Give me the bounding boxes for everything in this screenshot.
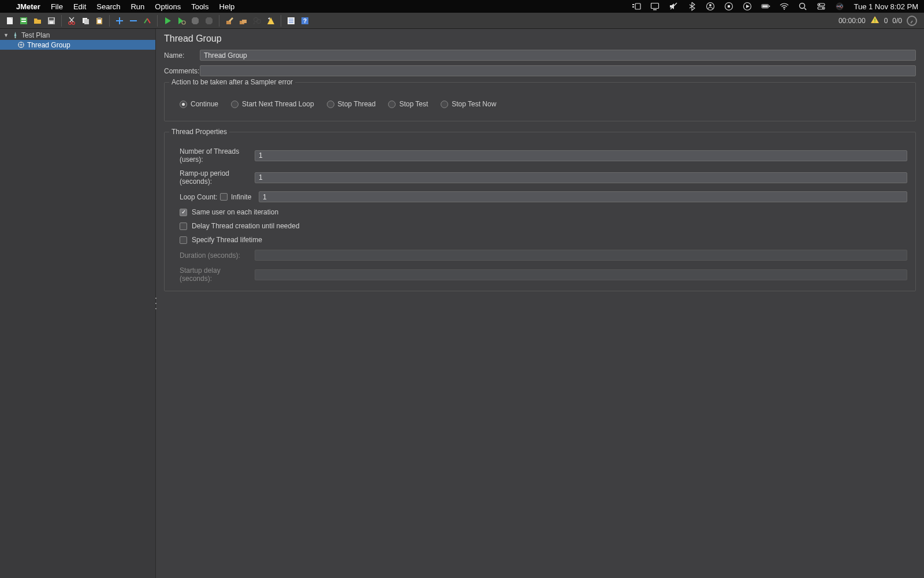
menu-extra-user-icon[interactable] bbox=[706, 2, 715, 11]
split-pane-handle[interactable] bbox=[154, 298, 158, 309]
toolbar-expand-icon[interactable] bbox=[113, 14, 126, 27]
thread-properties-legend: Thread Properties bbox=[169, 128, 229, 136]
svg-line-56 bbox=[254, 23, 255, 24]
toolbar-templates-icon[interactable] bbox=[17, 14, 30, 27]
menu-extra-screen-mirroring-icon[interactable] bbox=[650, 2, 660, 11]
menubar-clock[interactable]: Tue 1 Nov 8:02 PM bbox=[854, 2, 918, 11]
svg-marker-45 bbox=[165, 17, 171, 24]
test-plan-tree[interactable]: ▼ Test Plan Thread Group bbox=[0, 29, 156, 578]
ramp-up-field[interactable] bbox=[255, 172, 907, 183]
toolbar-open-icon[interactable] bbox=[31, 14, 44, 27]
menu-search[interactable]: Search bbox=[96, 2, 120, 11]
svg-line-33 bbox=[70, 17, 74, 22]
menu-extra-stage-manager-icon[interactable] bbox=[632, 2, 641, 11]
startup-delay-field bbox=[255, 269, 907, 280]
toolbar-save-icon[interactable] bbox=[45, 14, 58, 27]
num-threads-field[interactable] bbox=[255, 150, 907, 161]
menu-extra-wifi-icon[interactable] bbox=[780, 2, 789, 11]
menu-extra-control-center-icon[interactable] bbox=[817, 2, 826, 11]
svg-rect-67 bbox=[874, 21, 875, 22]
menu-extra-bluetooth-icon[interactable] bbox=[687, 2, 696, 11]
radio-start-next-loop[interactable]: Start Next Thread Loop bbox=[231, 100, 314, 108]
disclosure-triangle-icon[interactable]: ▼ bbox=[3, 32, 9, 38]
menu-extra-battery-icon[interactable] bbox=[761, 2, 770, 11]
svg-rect-3 bbox=[651, 3, 659, 9]
toolbar-status-area: 00:00:00 0 0/0 bbox=[839, 15, 921, 26]
thread-group-icon bbox=[17, 41, 25, 49]
svg-rect-14 bbox=[769, 6, 770, 7]
tree-item-thread-group[interactable]: Thread Group bbox=[0, 40, 155, 50]
loop-count-field[interactable] bbox=[259, 191, 907, 202]
app-name[interactable]: JMeter bbox=[16, 2, 40, 11]
toolbar-collapse-icon[interactable] bbox=[127, 14, 140, 27]
toolbar-function-helper-icon[interactable] bbox=[285, 14, 297, 27]
svg-marker-58 bbox=[268, 17, 270, 20]
macos-menubar: JMeter File Edit Search Run Options Tool… bbox=[0, 0, 924, 13]
tree-item-test-plan[interactable]: ▼ Test Plan bbox=[0, 30, 155, 40]
toolbar-cut-icon[interactable] bbox=[65, 14, 78, 27]
radio-stop-test[interactable]: Stop Test bbox=[388, 100, 428, 108]
svg-rect-27 bbox=[21, 21, 26, 22]
svg-rect-26 bbox=[21, 18, 26, 20]
radio-continue[interactable]: Continue bbox=[180, 100, 218, 108]
label-infinite: Infinite bbox=[230, 193, 259, 201]
menu-file[interactable]: File bbox=[51, 2, 63, 11]
menu-extra-record-icon[interactable] bbox=[724, 2, 733, 11]
toolbar-copy-icon[interactable] bbox=[79, 14, 92, 27]
svg-rect-66 bbox=[874, 18, 875, 21]
toolbar-reset-search-icon[interactable] bbox=[264, 14, 277, 27]
label-ramp-up: Ramp-up period (seconds): bbox=[180, 169, 255, 186]
toolbar-start-no-timers-icon[interactable] bbox=[175, 14, 188, 27]
menu-tools[interactable]: Tools bbox=[191, 2, 208, 11]
menu-extra-siri-icon[interactable] bbox=[835, 2, 844, 11]
toolbar-shutdown-icon[interactable] bbox=[203, 14, 215, 27]
svg-text:?: ? bbox=[303, 18, 307, 24]
svg-line-44 bbox=[147, 18, 150, 23]
warning-icon[interactable] bbox=[870, 15, 880, 26]
menu-extra-spotlight-icon[interactable] bbox=[798, 2, 807, 11]
label-comments: Comments: bbox=[164, 67, 200, 75]
radio-stop-thread[interactable]: Stop Thread bbox=[327, 100, 376, 108]
label-same-user: Same user on each iteration bbox=[192, 208, 278, 216]
toolbar-search-icon[interactable] bbox=[251, 14, 263, 27]
svg-point-22 bbox=[836, 3, 843, 10]
menu-edit[interactable]: Edit bbox=[73, 2, 86, 11]
toolbar-help-icon[interactable]: ? bbox=[299, 14, 311, 27]
radio-stop-test-now[interactable]: Stop Test Now bbox=[441, 100, 496, 108]
svg-point-7 bbox=[709, 4, 711, 6]
menu-extra-volume-muted-icon[interactable] bbox=[669, 2, 678, 11]
toolbar-stop-icon[interactable] bbox=[189, 14, 202, 27]
svg-line-17 bbox=[804, 8, 806, 10]
svg-rect-30 bbox=[50, 21, 53, 24]
delay-thread-creation-checkbox[interactable] bbox=[180, 223, 187, 230]
same-user-checkbox[interactable] bbox=[180, 209, 187, 216]
toolbar-separator bbox=[281, 15, 281, 27]
menu-extra-now-playing-icon[interactable] bbox=[743, 2, 752, 11]
svg-marker-48 bbox=[192, 17, 199, 24]
svg-point-21 bbox=[822, 8, 824, 9]
infinite-checkbox[interactable] bbox=[220, 193, 228, 201]
toolbar-clear-all-icon[interactable] bbox=[237, 14, 249, 27]
svg-point-71 bbox=[20, 44, 22, 46]
toolbar-new-icon[interactable] bbox=[3, 14, 16, 27]
name-field[interactable] bbox=[200, 50, 916, 61]
svg-point-19 bbox=[819, 4, 821, 6]
svg-rect-2 bbox=[635, 3, 640, 9]
jmeter-toolbar: ? 00:00:00 0 0/0 bbox=[0, 13, 924, 29]
svg-point-31 bbox=[69, 21, 72, 24]
menu-run[interactable]: Run bbox=[131, 2, 144, 11]
menu-help[interactable]: Help bbox=[219, 2, 235, 11]
sampler-error-group: Action to be taken after a Sampler error… bbox=[164, 82, 916, 121]
test-plan-icon bbox=[12, 31, 19, 39]
toolbar-toggle-icon[interactable] bbox=[141, 14, 154, 27]
svg-rect-13 bbox=[762, 5, 768, 8]
menu-options[interactable]: Options bbox=[155, 2, 181, 11]
svg-rect-4 bbox=[653, 9, 657, 10]
toolbar-paste-icon[interactable] bbox=[93, 14, 106, 27]
toolbar-start-icon[interactable] bbox=[161, 14, 174, 27]
thread-group-editor: Thread Group Name: Comments: Action to b… bbox=[156, 29, 924, 578]
specify-lifetime-checkbox[interactable] bbox=[180, 236, 187, 244]
thread-properties-group: Thread Properties Number of Threads (use… bbox=[164, 132, 916, 291]
comments-field[interactable] bbox=[200, 65, 916, 76]
toolbar-clear-icon[interactable] bbox=[223, 14, 236, 27]
